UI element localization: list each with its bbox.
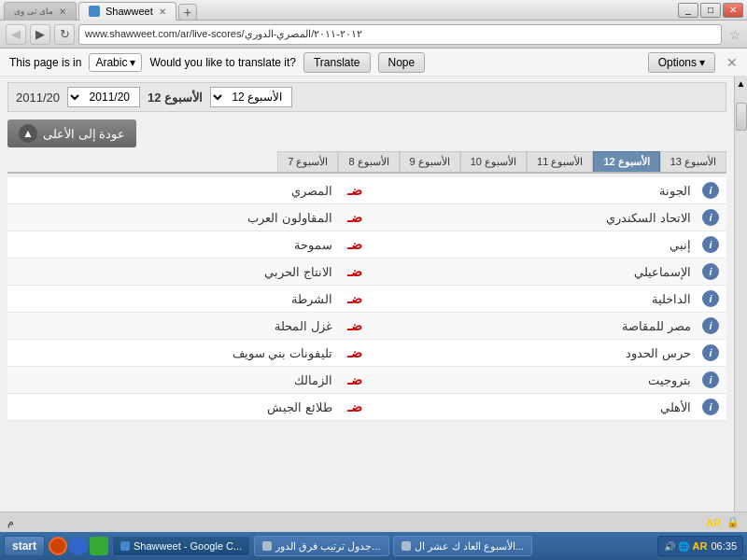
taskbar-item-icon-3	[402, 541, 411, 551]
tray-lang: AR	[693, 540, 708, 552]
tab-active[interactable]: Shawweet ✕	[78, 2, 176, 21]
language-dropdown-icon: ▾	[130, 56, 135, 69]
options-button[interactable]: Options ▾	[648, 52, 715, 73]
table-row: i حرس الحدود ضـ تليفونات بني سويف	[7, 340, 726, 367]
table-row: i الاتحاد السكندري ضـ المقاولون العرب	[7, 204, 726, 231]
close-button[interactable]: ✕	[723, 3, 743, 18]
year-dropdown[interactable]: 2011/20	[67, 87, 140, 107]
table-row: i مصر للمقاصة ضـ غزل المحلة	[7, 313, 726, 340]
team-away-6: تليفونات بني سويف	[11, 346, 340, 360]
week-tab-7[interactable]: الأسبوع 7	[277, 151, 338, 172]
taskbar-item-table[interactable]: جدول ترتيب فرق الدور...	[254, 536, 388, 556]
address-text: www.shawweet.com/ar/live-scores/٢٠١٢-٢٠١…	[85, 28, 362, 40]
taskbar-item-icon-2	[262, 541, 272, 551]
matches-list: i الجونة ضـ المصري i الاتحاد السكندري ضـ…	[7, 177, 726, 511]
week-tabs: الأسبوع 13 الأسبوع 12 الأسبوع 11 الأسبوع…	[7, 151, 726, 174]
info-icon-5[interactable]: i	[702, 317, 719, 334]
language-indicator: AR	[706, 517, 721, 528]
team-away-8: طلائع الجيش	[11, 400, 340, 414]
week-dropdown[interactable]: الأسبوع 12	[210, 87, 292, 107]
week-tab-8[interactable]: الأسبوع 8	[338, 151, 399, 172]
team-away-1: المقاولون العرب	[11, 211, 340, 225]
team-home-0: الجونة	[370, 184, 698, 198]
info-icon-2[interactable]: i	[702, 236, 719, 253]
taskbar-item-week[interactable]: الأسبوع العاد ك عشر ال...	[393, 536, 532, 556]
vs-symbol-2: ضـ	[340, 237, 370, 252]
window-controls: _ □ ✕	[678, 3, 743, 18]
maximize-button[interactable]: □	[700, 3, 721, 18]
refresh-button[interactable]: ↻	[54, 24, 75, 45]
taskbar-icon-ie[interactable]	[69, 537, 88, 555]
nope-button[interactable]: Nope	[378, 52, 426, 73]
team-home-1: الاتحاد السكندري	[370, 211, 698, 225]
bookmark-star-icon[interactable]: ☆	[729, 27, 741, 42]
info-icon-4[interactable]: i	[702, 290, 719, 307]
translate-label: This page is in	[9, 56, 81, 69]
info-icon-8[interactable]: i	[702, 399, 719, 415]
info-icon-6[interactable]: i	[702, 344, 719, 361]
vs-symbol-7: ضـ	[340, 372, 370, 387]
info-icon-3[interactable]: i	[702, 263, 719, 280]
back-button[interactable]: ◀	[6, 24, 26, 45]
page-content: الأسبوع 12 الأسبوع 12 2011/20 2011/20 عو…	[0, 77, 734, 511]
tab-active-close[interactable]: ✕	[159, 7, 166, 17]
team-away-7: الزمالك	[11, 373, 340, 387]
week-tab-12[interactable]: الأسبوع 12	[593, 151, 659, 172]
info-icon-7[interactable]: i	[702, 371, 719, 388]
translate-close-icon[interactable]: ✕	[726, 55, 738, 70]
team-away-5: غزل المحلة	[11, 319, 340, 333]
status-right: AR 🔒	[706, 516, 740, 528]
taskbar-icon-app[interactable]	[90, 537, 108, 555]
tab-active-label: Shawweet	[106, 6, 153, 17]
scroll-up-button[interactable]: ▲	[735, 77, 748, 90]
scrollbar[interactable]: ▲	[734, 77, 747, 511]
table-row: i الجونة ضـ المصري	[7, 177, 726, 204]
week-tab-10[interactable]: الأسبوع 10	[460, 151, 527, 172]
clock: 06:35	[711, 540, 737, 552]
team-home-4: الداخلية	[370, 292, 698, 306]
team-home-6: حرس الحدود	[370, 346, 698, 360]
start-button[interactable]: start	[4, 536, 45, 556]
language-selector[interactable]: Arabic ▾	[89, 53, 142, 72]
back-to-top-button[interactable]: عودة إلى الأعلى ▲	[7, 119, 136, 147]
vs-symbol-3: ضـ	[340, 264, 370, 279]
team-away-2: سموحة	[11, 238, 340, 252]
vs-symbol-8: ضـ	[340, 399, 370, 414]
table-row: i الداخلية ضـ الشرطة	[7, 286, 726, 313]
address-bar[interactable]: www.shawweet.com/ar/live-scores/٢٠١٢-٢٠١…	[78, 24, 722, 45]
taskbar-item-shawweet[interactable]: Shawweet - Google C...	[112, 536, 250, 556]
taskbar-item-label-2: جدول ترتيب فرق الدور...	[275, 540, 380, 553]
minimize-button[interactable]: _	[678, 3, 698, 18]
week-tab-13[interactable]: الأسبوع 13	[660, 151, 726, 172]
team-away-3: الانتاج الحربي	[11, 265, 340, 279]
scroll-thumb[interactable]	[736, 103, 747, 131]
new-tab-button[interactable]: +	[178, 4, 197, 21]
language-text: Arabic	[95, 56, 127, 69]
year-label: 2011/20	[16, 91, 60, 105]
vs-symbol-4: ضـ	[340, 291, 370, 306]
options-label: Options	[658, 56, 697, 69]
team-away-0: المصري	[11, 184, 340, 198]
title-bar: مای تی وی ✕ Shawweet ✕ + _ □ ✕	[0, 0, 747, 21]
tab-inactive-close[interactable]: ✕	[59, 7, 66, 17]
team-home-3: الإسماعيلي	[370, 265, 698, 279]
taskbar-item-icon-1	[120, 541, 130, 551]
week-tab-11[interactable]: الأسبوع 11	[527, 151, 593, 172]
status-text: م	[7, 516, 14, 528]
info-icon-0[interactable]: i	[702, 182, 719, 199]
week-selector: الأسبوع 12 الأسبوع 12 2011/20 2011/20	[7, 82, 726, 112]
translate-button[interactable]: Translate	[303, 52, 371, 73]
table-row: i إنبي ضـ سموحة	[7, 231, 726, 259]
forward-button[interactable]: ▶	[30, 24, 50, 45]
week-tab-9[interactable]: الأسبوع 9	[400, 151, 460, 172]
taskbar-icons	[49, 537, 108, 555]
tab-inactive-label: مای تی وی	[14, 7, 53, 16]
system-tray: 🔊 🌐 AR 06:35	[657, 536, 743, 556]
taskbar-icon-firefox[interactable]	[49, 537, 67, 555]
back-top-label: عودة إلى الأعلى	[43, 127, 125, 141]
table-row: i بتروجيت ضـ الزمالك	[7, 367, 726, 394]
info-icon-1[interactable]: i	[702, 209, 719, 226]
browser-window: مای تی وی ✕ Shawweet ✕ + _ □ ✕ ◀ ▶ ↻ www…	[0, 0, 747, 560]
tab-inactive-1[interactable]: مای تی وی ✕	[4, 2, 77, 21]
tray-icons: 🔊 🌐	[664, 541, 689, 552]
